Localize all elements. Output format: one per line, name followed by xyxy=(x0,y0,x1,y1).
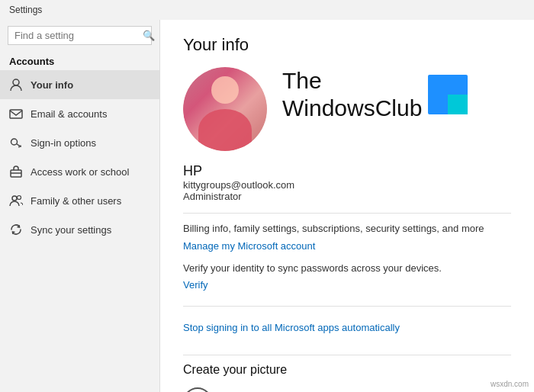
sync-icon xyxy=(9,223,23,236)
email-icon xyxy=(9,107,23,120)
user-info: HP kittygroups@outlook.com Administrator xyxy=(183,163,511,202)
sidebar-item-label-email-accounts: Email & accounts xyxy=(31,108,107,120)
user-email: kittygroups@outlook.com xyxy=(183,179,511,191)
user-name: HP xyxy=(183,163,511,179)
sidebar-item-label-access-work-school: Access work or school xyxy=(31,166,129,178)
avatar-image xyxy=(183,67,267,151)
stop-signing-in-link[interactable]: Stop signing in to all Microsoft apps au… xyxy=(183,322,400,333)
page-title: Your info xyxy=(183,35,511,55)
person-icon xyxy=(9,78,23,92)
sidebar-section-title: Accounts xyxy=(0,51,159,70)
brand-text-line1: The WindowsClub xyxy=(282,67,422,122)
svg-rect-1 xyxy=(10,110,22,118)
sidebar-item-sign-in-options[interactable]: Sign-in options xyxy=(0,128,159,157)
main-content: Your info The WindowsClub xyxy=(160,20,534,392)
group-icon xyxy=(9,194,23,207)
manage-account-link[interactable]: Manage my Microsoft account xyxy=(183,240,315,252)
app-container: 🔍 Accounts Your info Email & accounts xyxy=(0,20,534,392)
verify-text: Verify your identity to sync passwords a… xyxy=(183,261,511,276)
create-picture-title: Create your picture xyxy=(183,363,511,377)
avatar xyxy=(183,67,267,151)
sidebar-item-family-users[interactable]: Family & other users xyxy=(0,186,159,215)
sidebar-item-access-work-school[interactable]: Access work or school xyxy=(0,157,159,186)
camera-option[interactable]: Camera xyxy=(183,387,511,392)
brand-text: The WindowsClub xyxy=(282,67,422,122)
title-bar: Settings xyxy=(0,0,534,20)
brand-logo: The WindowsClub xyxy=(282,67,468,122)
section-divider-2 xyxy=(183,306,511,307)
sidebar-item-your-info[interactable]: Your info xyxy=(0,70,159,99)
svg-point-0 xyxy=(13,79,19,85)
watermark: wsxdn.com xyxy=(488,379,531,389)
title-bar-label: Settings xyxy=(9,5,42,15)
search-icon[interactable]: 🔍 xyxy=(143,30,155,41)
sidebar-item-label-family-users: Family & other users xyxy=(31,195,121,207)
search-box[interactable]: 🔍 xyxy=(8,26,152,45)
svg-point-5 xyxy=(12,196,17,201)
user-role: Administrator xyxy=(183,191,511,202)
verify-link[interactable]: Verify xyxy=(183,279,208,291)
search-input[interactable] xyxy=(14,30,143,41)
sidebar: 🔍 Accounts Your info Email & accounts xyxy=(0,20,160,392)
key-icon xyxy=(9,136,23,149)
sidebar-item-email-accounts[interactable]: Email & accounts xyxy=(0,99,159,128)
sidebar-item-sync-settings[interactable]: Sync your settings xyxy=(0,215,159,244)
sidebar-item-label-sign-in-options: Sign-in options xyxy=(31,137,96,149)
billing-info-text: Billing info, family settings, subscript… xyxy=(183,221,511,236)
section-divider-3 xyxy=(183,355,511,355)
camera-option-icon xyxy=(183,387,212,392)
brand-square-teal xyxy=(448,95,468,114)
sidebar-item-label-sync-settings: Sync your settings xyxy=(31,224,111,236)
sidebar-item-label-your-info: Your info xyxy=(31,79,73,91)
profile-section: The WindowsClub xyxy=(183,67,511,151)
section-divider-1 xyxy=(183,213,511,214)
svg-point-6 xyxy=(18,196,21,200)
briefcase-icon xyxy=(9,165,23,178)
